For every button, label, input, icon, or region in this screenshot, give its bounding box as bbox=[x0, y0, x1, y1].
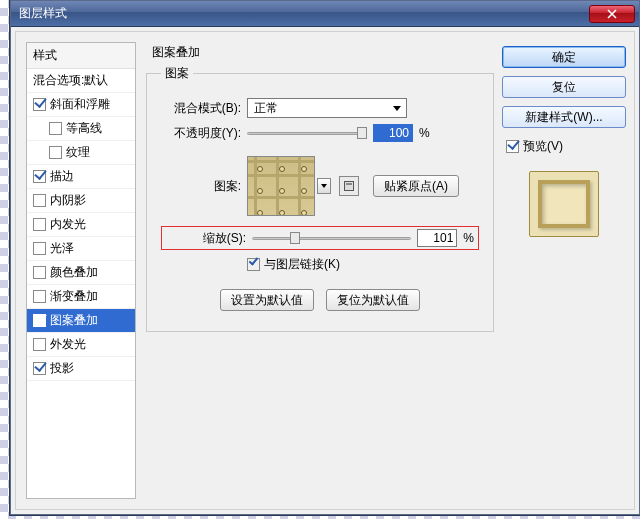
style-item-label: 等高线 bbox=[66, 120, 102, 137]
preview-label: 预览(V) bbox=[523, 138, 563, 155]
opacity-slider[interactable] bbox=[247, 124, 367, 142]
style-item-label: 斜面和浮雕 bbox=[50, 96, 110, 113]
link-layer-label: 与图层链接(K) bbox=[264, 256, 340, 273]
style-item-label: 纹理 bbox=[66, 144, 90, 161]
style-item-label: 外发光 bbox=[50, 336, 86, 353]
chevron-down-icon bbox=[393, 106, 401, 111]
ok-button[interactable]: 确定 bbox=[502, 46, 626, 68]
pattern-picker-button[interactable] bbox=[317, 178, 331, 194]
style-item-checkbox[interactable] bbox=[49, 122, 62, 135]
blend-options-row[interactable]: 混合选项:默认 bbox=[27, 69, 135, 93]
style-item-checkbox[interactable] bbox=[33, 314, 46, 327]
pattern-swatch[interactable] bbox=[247, 156, 315, 216]
style-list: 样式 混合选项:默认 斜面和浮雕等高线纹理描边内阴影内发光光泽颜色叠加渐变叠加图… bbox=[26, 42, 136, 499]
panel-title: 图案叠加 bbox=[152, 44, 494, 61]
style-item-5[interactable]: 内发光 bbox=[27, 213, 135, 237]
style-item-label: 投影 bbox=[50, 360, 74, 377]
style-item-11[interactable]: 投影 bbox=[27, 357, 135, 381]
titlebar[interactable]: 图层样式 bbox=[11, 1, 639, 27]
style-item-checkbox[interactable] bbox=[33, 218, 46, 231]
window-title: 图层样式 bbox=[11, 5, 67, 22]
chevron-down-icon bbox=[321, 184, 327, 188]
preview-checkbox[interactable] bbox=[506, 140, 519, 153]
scale-input[interactable]: 101 bbox=[417, 229, 457, 247]
reset-button[interactable]: 复位 bbox=[502, 76, 626, 98]
style-item-checkbox[interactable] bbox=[33, 170, 46, 183]
opacity-label: 不透明度(Y): bbox=[161, 125, 247, 142]
pattern-swatch-label: 图案: bbox=[161, 156, 247, 195]
style-item-label: 渐变叠加 bbox=[50, 288, 98, 305]
scale-label: 缩放(S): bbox=[166, 230, 252, 247]
close-button[interactable] bbox=[589, 5, 635, 23]
layer-style-dialog: 图层样式 样式 混合选项:默认 斜面和浮雕等高线纹理描边内阴影内发光光泽颜色叠加… bbox=[10, 0, 640, 515]
snap-origin-button[interactable]: 贴紧原点(A) bbox=[373, 175, 459, 197]
pattern-group-legend: 图案 bbox=[161, 65, 193, 82]
blend-mode-value: 正常 bbox=[254, 100, 278, 117]
style-item-1[interactable]: 等高线 bbox=[27, 117, 135, 141]
scale-unit: % bbox=[463, 231, 474, 245]
svg-rect-0 bbox=[345, 182, 354, 191]
style-item-label: 图案叠加 bbox=[50, 312, 98, 329]
new-style-button[interactable]: 新建样式(W)... bbox=[502, 106, 626, 128]
style-item-3[interactable]: 描边 bbox=[27, 165, 135, 189]
style-item-9[interactable]: 图案叠加 bbox=[27, 309, 135, 333]
style-item-label: 内阴影 bbox=[50, 192, 86, 209]
style-item-checkbox[interactable] bbox=[33, 98, 46, 111]
dialog-client: 样式 混合选项:默认 斜面和浮雕等高线纹理描边内阴影内发光光泽颜色叠加渐变叠加图… bbox=[15, 31, 635, 510]
reset-default-button[interactable]: 复位为默认值 bbox=[326, 289, 420, 311]
style-item-7[interactable]: 颜色叠加 bbox=[27, 261, 135, 285]
style-item-checkbox[interactable] bbox=[49, 146, 62, 159]
style-list-header: 样式 bbox=[27, 43, 135, 69]
style-item-checkbox[interactable] bbox=[33, 266, 46, 279]
style-item-label: 颜色叠加 bbox=[50, 264, 98, 281]
style-item-checkbox[interactable] bbox=[33, 362, 46, 375]
pattern-overlay-panel: 图案叠加 图案 混合模式(B): 正常 不透明度(Y): 10 bbox=[146, 42, 494, 499]
set-default-button[interactable]: 设置为默认值 bbox=[220, 289, 314, 311]
pattern-group: 图案 混合模式(B): 正常 不透明度(Y): 100 % bbox=[146, 65, 494, 332]
opacity-input[interactable]: 100 bbox=[373, 124, 413, 142]
style-item-checkbox[interactable] bbox=[33, 290, 46, 303]
blend-mode-combo[interactable]: 正常 bbox=[247, 98, 407, 118]
style-item-10[interactable]: 外发光 bbox=[27, 333, 135, 357]
style-item-label: 光泽 bbox=[50, 240, 74, 257]
style-item-checkbox[interactable] bbox=[33, 194, 46, 207]
preview-toggle[interactable]: 预览(V) bbox=[502, 136, 626, 157]
preview-thumbnail bbox=[529, 171, 599, 237]
svg-rect-1 bbox=[346, 183, 352, 185]
scale-slider[interactable] bbox=[252, 229, 411, 247]
style-item-label: 描边 bbox=[50, 168, 74, 185]
style-item-8[interactable]: 渐变叠加 bbox=[27, 285, 135, 309]
dialog-buttons: 确定 复位 新建样式(W)... 预览(V) bbox=[502, 46, 626, 237]
style-item-checkbox[interactable] bbox=[33, 242, 46, 255]
blend-mode-label: 混合模式(B): bbox=[161, 100, 247, 117]
style-item-checkbox[interactable] bbox=[33, 338, 46, 351]
style-item-0[interactable]: 斜面和浮雕 bbox=[27, 93, 135, 117]
opacity-unit: % bbox=[419, 126, 430, 140]
new-preset-button[interactable] bbox=[339, 176, 359, 196]
style-item-2[interactable]: 纹理 bbox=[27, 141, 135, 165]
link-layer-checkbox[interactable] bbox=[247, 258, 260, 271]
style-item-6[interactable]: 光泽 bbox=[27, 237, 135, 261]
style-item-4[interactable]: 内阴影 bbox=[27, 189, 135, 213]
blend-options-label: 混合选项:默认 bbox=[33, 72, 108, 89]
style-item-label: 内发光 bbox=[50, 216, 86, 233]
close-icon bbox=[607, 9, 617, 19]
document-icon bbox=[343, 180, 355, 192]
